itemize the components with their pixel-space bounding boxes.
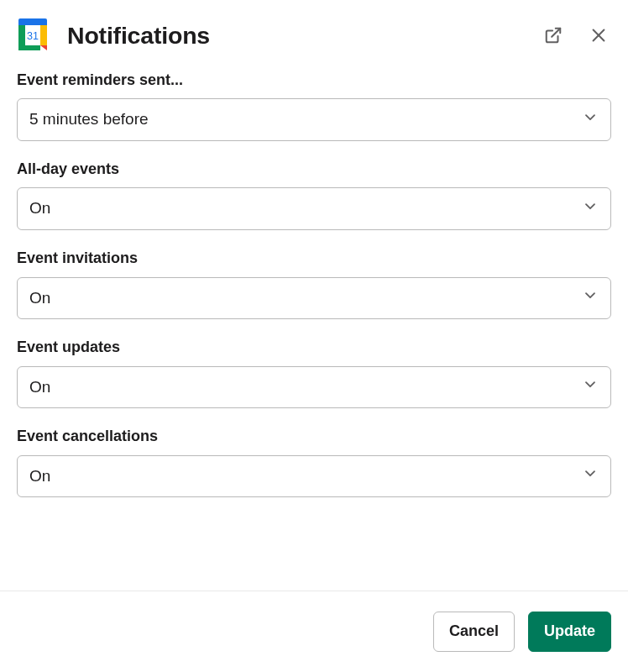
field-event-updates: Event updates On xyxy=(17,338,611,408)
event-invitations-select[interactable]: On xyxy=(17,277,611,320)
select-value: 5 minutes before xyxy=(29,109,149,130)
modal-body: Event reminders sent... 5 minutes before… xyxy=(0,71,628,497)
event-cancellations-select[interactable]: On xyxy=(17,455,611,498)
svg-text:31: 31 xyxy=(27,30,39,42)
field-event-invitations: Event invitations On xyxy=(17,249,611,319)
external-link-icon xyxy=(544,26,563,45)
all-day-events-select[interactable]: On xyxy=(17,187,611,230)
field-event-reminders: Event reminders sent... 5 minutes before xyxy=(17,71,611,141)
chevron-down-icon xyxy=(582,108,599,131)
field-event-cancellations: Event cancellations On xyxy=(17,427,611,497)
field-all-day-events: All-day events On xyxy=(17,160,611,230)
chevron-down-icon xyxy=(582,197,599,220)
modal-header: 31 Notifications xyxy=(0,0,628,71)
open-external-button[interactable] xyxy=(541,23,566,48)
close-button[interactable] xyxy=(586,23,611,48)
event-reminders-select[interactable]: 5 minutes before xyxy=(17,98,611,141)
svg-rect-3 xyxy=(18,45,25,50)
google-calendar-icon: 31 xyxy=(17,17,54,54)
modal-footer: Cancel Update xyxy=(0,591,628,672)
svg-rect-1 xyxy=(40,25,47,45)
select-value: On xyxy=(29,198,50,219)
update-button[interactable]: Update xyxy=(528,612,611,652)
header-actions xyxy=(541,23,611,48)
select-value: On xyxy=(29,288,50,309)
field-label: Event cancellations xyxy=(17,427,611,446)
svg-rect-0 xyxy=(18,25,25,45)
select-value: On xyxy=(29,466,50,487)
chevron-down-icon xyxy=(582,465,599,488)
field-label: All-day events xyxy=(17,160,611,179)
select-value: On xyxy=(29,377,50,398)
close-icon xyxy=(589,26,608,45)
field-label: Event reminders sent... xyxy=(17,71,611,90)
field-label: Event updates xyxy=(17,338,611,357)
field-label: Event invitations xyxy=(17,249,611,268)
svg-line-6 xyxy=(552,29,560,37)
event-updates-select[interactable]: On xyxy=(17,366,611,409)
page-title: Notifications xyxy=(67,22,527,50)
svg-rect-4 xyxy=(25,45,40,50)
chevron-down-icon xyxy=(582,287,599,310)
cancel-button[interactable]: Cancel xyxy=(433,612,515,652)
chevron-down-icon xyxy=(582,376,599,399)
